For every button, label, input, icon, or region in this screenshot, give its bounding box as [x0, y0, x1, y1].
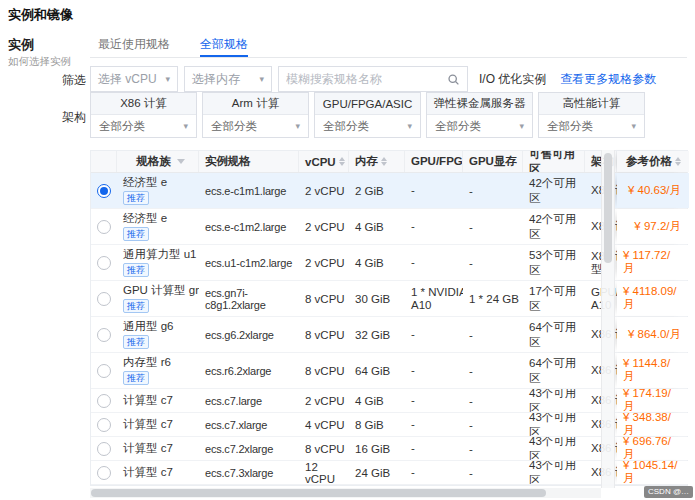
- header-label: 可售可用区: [529, 151, 584, 172]
- radio-cell: [91, 353, 117, 388]
- row-radio[interactable]: [97, 292, 111, 306]
- vertical-scrollbar[interactable]: [601, 150, 615, 488]
- io-optimized-label: I/O 优化实例: [479, 71, 546, 88]
- arch-card-category-select[interactable]: 全部分类▾: [91, 115, 196, 137]
- zones-value: 42个可用区: [523, 209, 585, 244]
- table-row[interactable]: 经济型 e推荐ecs.e-c1m1.large2 vCPU2 GiB--42个可…: [91, 173, 687, 209]
- gpu-memory-value: -: [463, 209, 523, 244]
- zones-value: 43个可用区: [523, 461, 585, 484]
- arch-card-category-select[interactable]: 全部分类▾: [427, 115, 532, 137]
- family-name: 内存型 r6: [123, 356, 171, 369]
- arch-card-title[interactable]: Arm 计算: [203, 93, 308, 115]
- gpu-memory-value: -: [463, 353, 523, 388]
- instance-spec: ecs.r6.2xlarge: [199, 353, 299, 388]
- family-name: GPU 计算型 gn7i: [123, 284, 199, 297]
- arch-card-2[interactable]: Arm 计算全部分类▾: [202, 92, 309, 138]
- more-spec-params-link[interactable]: 查看更多规格参数: [560, 71, 656, 88]
- table-row[interactable]: 计算型 c7ecs.c7.xlarge4 vCPU8 GiB--43个可用区X8…: [91, 413, 687, 437]
- family-cell: 内存型 r6推荐: [117, 353, 199, 388]
- table-row[interactable]: 经济型 e推荐ecs.e-c1m2.large2 vCPU4 GiB--42个可…: [91, 209, 687, 245]
- header-label: 内存: [355, 154, 378, 169]
- table-row[interactable]: GPU 计算型 gn7i推荐ecs.gn7i-c8g1.2xlarge8 vCP…: [91, 281, 687, 317]
- family-name: 计算型 c7: [123, 418, 173, 431]
- recommend-badge: 推荐: [123, 335, 149, 349]
- search-box[interactable]: [278, 66, 468, 92]
- spec-table: 规格族 实例规格 vCPU 内存 GPU/FPGA GPU显存 可售可用区: [90, 150, 688, 486]
- vcpu-value: 2 vCPU: [299, 245, 349, 280]
- table-row[interactable]: 计算型 c7ecs.c7.2xlarge8 vCPU16 GiB--43个可用区…: [91, 437, 687, 461]
- recommend-badge: 推荐: [123, 263, 149, 277]
- filter-icon[interactable]: [177, 159, 185, 164]
- chevron-down-icon: ▾: [183, 121, 188, 131]
- table-row[interactable]: 通用型 g6推荐ecs.g6.2xlarge8 vCPU32 GiB--64个可…: [91, 317, 687, 353]
- arch-card-title[interactable]: X86 计算: [91, 93, 196, 115]
- row-radio[interactable]: [97, 256, 111, 270]
- arch-card-3[interactable]: GPU/FPGA/ASIC全部分类▾: [314, 92, 421, 138]
- table-header: 规格族 实例规格 vCPU 内存 GPU/FPGA GPU显存 可售可用区: [91, 151, 687, 173]
- table-row[interactable]: 通用算力型 u1推荐ecs.u1-c1m2.large2 vCPU4 GiB--…: [91, 245, 687, 281]
- recommend-badge: 推荐: [123, 371, 149, 385]
- arch-card-title[interactable]: 高性能计算: [539, 93, 644, 115]
- arch-card-category-select[interactable]: 全部分类▾: [539, 115, 644, 137]
- chevron-down-icon: ▾: [407, 121, 412, 131]
- search-input[interactable]: [286, 72, 447, 86]
- price-value: ¥ 40.63/月: [617, 173, 689, 208]
- header-label: 实例规格: [205, 154, 250, 169]
- row-radio[interactable]: [97, 220, 111, 234]
- arch-card-title[interactable]: 弹性裸金属服务器: [427, 93, 532, 115]
- arch-card-1[interactable]: X86 计算全部分类▾: [90, 92, 197, 138]
- arch-card-category-select[interactable]: 全部分类▾: [315, 115, 420, 137]
- family-name: 通用算力型 u1: [123, 248, 197, 261]
- sort-icon[interactable]: [675, 157, 681, 166]
- memory-value: 32 GiB: [349, 317, 405, 352]
- family-cell: 通用算力型 u1推荐: [117, 245, 199, 280]
- recommend-badge: 推荐: [123, 191, 149, 205]
- row-radio[interactable]: [97, 364, 111, 378]
- tab-all-specs[interactable]: 全部规格: [200, 33, 248, 57]
- gpu-value: -: [405, 353, 463, 388]
- vcpu-select[interactable]: 选择 vCPU ▾: [90, 66, 178, 92]
- scrollbar-thumb[interactable]: [604, 153, 612, 263]
- arch-card-5[interactable]: 高性能计算全部分类▾: [538, 92, 645, 138]
- header-spec: 实例规格: [199, 151, 299, 172]
- table-row[interactable]: 计算型 c7ecs.c7.large2 vCPU4 GiB--43个可用区X86…: [91, 389, 687, 413]
- family-name: 经济型 e: [123, 212, 167, 225]
- vcpu-value: 2 vCPU: [299, 209, 349, 244]
- radio-cell: [91, 389, 117, 412]
- table-row[interactable]: 内存型 r6推荐ecs.r6.2xlarge8 vCPU64 GiB--64个可…: [91, 353, 687, 389]
- row-radio[interactable]: [97, 418, 111, 432]
- sort-icon[interactable]: [339, 157, 345, 166]
- row-radio[interactable]: [97, 466, 111, 480]
- section-sublabel-link[interactable]: 如何选择实例: [8, 55, 71, 69]
- arch-card-title[interactable]: GPU/FPGA/ASIC: [315, 93, 420, 115]
- family-cell: 通用型 g6推荐: [117, 317, 199, 352]
- row-radio[interactable]: [97, 394, 111, 408]
- sort-icon[interactable]: [381, 157, 387, 166]
- table-row[interactable]: 计算型 c7ecs.c7.3xlarge12 vCPU24 GiB--43个可用…: [91, 461, 687, 485]
- header-gpu-memory: GPU显存: [463, 151, 523, 172]
- memory-select[interactable]: 选择内存 ▾: [184, 66, 272, 92]
- row-radio[interactable]: [97, 184, 111, 198]
- arch-card-4[interactable]: 弹性裸金属服务器全部分类▾: [426, 92, 533, 138]
- arch-card-category-select[interactable]: 全部分类▾: [203, 115, 308, 137]
- instance-spec: ecs.c7.2xlarge: [199, 437, 299, 460]
- architecture-label: 架构: [62, 109, 86, 126]
- arch-card-category-value: 全部分类: [547, 119, 593, 134]
- search-icon[interactable]: [447, 73, 460, 86]
- family-name: 计算型 c7: [123, 394, 173, 407]
- radio-cell: [91, 245, 117, 280]
- memory-value: 2 GiB: [349, 173, 405, 208]
- scrollbar-thumb[interactable]: [91, 489, 546, 497]
- row-radio[interactable]: [97, 442, 111, 456]
- instance-spec: ecs.gn7i-c8g1.2xlarge: [199, 281, 299, 316]
- radio-cell: [91, 437, 117, 460]
- chevron-down-icon: ▾: [631, 121, 636, 131]
- chevron-down-icon: ▾: [295, 121, 300, 131]
- vcpu-value: 8 vCPU: [299, 317, 349, 352]
- tab-recent-specs[interactable]: 最近使用规格: [98, 33, 170, 57]
- header-family: 规格族: [117, 151, 199, 172]
- memory-value: 24 GiB: [349, 461, 405, 484]
- memory-value: 4 GiB: [349, 209, 405, 244]
- row-radio[interactable]: [97, 328, 111, 342]
- horizontal-scrollbar[interactable]: [90, 488, 601, 498]
